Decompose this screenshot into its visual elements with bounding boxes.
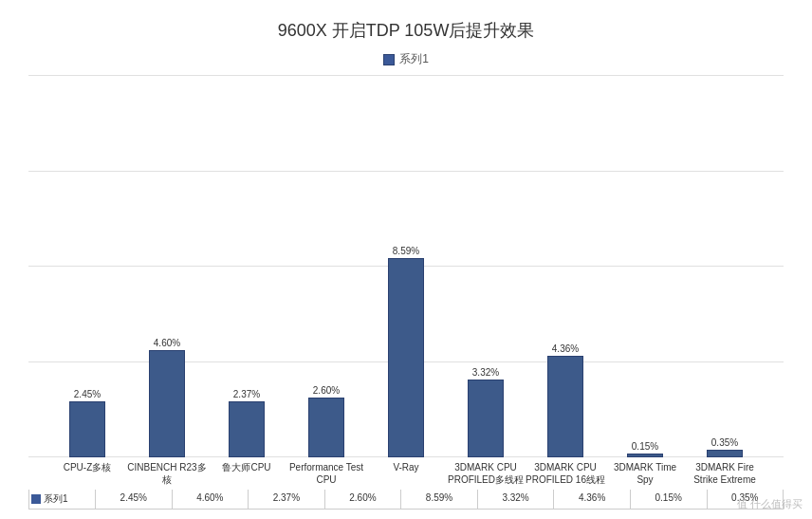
bar-value-label: 2.37% [233, 389, 260, 399]
bar-value-label: 2.45% [74, 389, 101, 399]
chart-plot-area: 2.45%4.60%2.37%2.60%8.59%3.32%4.36%0.15%… [28, 75, 784, 457]
x-axis-labels: CPU-Z多核CINBENCH R23多核鲁大师CPUPerformance T… [28, 457, 784, 486]
bar [388, 258, 424, 457]
bar [627, 454, 663, 457]
bar-value-label: 4.36% [552, 343, 579, 354]
table-data-cell: 2.45% [96, 490, 173, 509]
x-axis-label: 鲁大师CPU [207, 461, 286, 486]
bar-group: 4.60% [127, 338, 207, 457]
table-data-cell: 0.15% [631, 490, 708, 509]
x-axis-label: 3DMARK CPU PROFILED多线程 [446, 461, 526, 486]
legend-label: 系列1 [399, 51, 429, 67]
bar-group: 2.37% [207, 389, 286, 457]
table-data-cell: 4.36% [554, 490, 631, 509]
x-axis-label: CPU-Z多核 [47, 461, 127, 486]
x-axis-label: Performance Test CPU [286, 461, 366, 486]
series-icon-small [31, 494, 41, 504]
x-axis-label: 3DMARK Time Spy [605, 461, 685, 486]
legend-icon [383, 54, 395, 65]
chart-title: 9600X 开启TDP 105W后提升效果 [28, 19, 784, 42]
bar-value-label: 2.60% [313, 385, 340, 396]
x-axis-label: 3DMARK CPU PROFILED 16线程 [526, 461, 605, 486]
bar [69, 401, 105, 457]
bar-value-label: 0.35% [711, 437, 738, 448]
bar-group: 2.45% [47, 389, 127, 457]
bar-group: 0.35% [685, 437, 765, 457]
series-header-cell: 系列1 [29, 490, 96, 509]
bar-group: 8.59% [366, 246, 446, 457]
x-axis-label: 3DMARK Fire Strike Extreme [685, 461, 765, 486]
series-name: 系列1 [44, 492, 68, 506]
bars-row: 2.45%4.60%2.37%2.60%8.59%3.32%4.36%0.15%… [28, 75, 784, 457]
bar-group: 3.32% [446, 367, 526, 457]
bar [707, 450, 743, 457]
chart-legend: 系列1 [28, 51, 784, 67]
bar-value-label: 0.15% [632, 441, 658, 452]
bar-value-label: 3.32% [472, 367, 499, 378]
watermark: 值 什么值得买 [737, 497, 803, 511]
table-data-cell: 4.60% [173, 490, 249, 509]
bar [149, 350, 185, 457]
bar [547, 356, 583, 457]
x-axis-label: V-Ray [366, 461, 446, 486]
table-data-cell: 8.59% [401, 490, 478, 509]
chart-container: 9600X 开启TDP 105W后提升效果 系列1 2.45%4.60%2.37… [0, 0, 812, 519]
bar [229, 401, 265, 457]
table-data-cell: 2.37% [249, 490, 325, 509]
bar [468, 380, 504, 457]
bar [308, 398, 344, 457]
data-table: 系列1 2.45%4.60%2.37%2.60%8.59%3.32%4.36%0… [28, 490, 784, 510]
bar-value-label: 8.59% [393, 246, 419, 256]
x-axis-label: CINBENCH R23多核 [127, 461, 207, 486]
table-data-cell: 3.32% [478, 490, 555, 509]
bar-group: 4.36% [526, 343, 605, 457]
bar-value-label: 4.60% [154, 338, 180, 348]
table-data-cell: 2.60% [325, 490, 402, 509]
bar-group: 2.60% [286, 385, 366, 457]
bar-group: 0.15% [605, 441, 685, 457]
